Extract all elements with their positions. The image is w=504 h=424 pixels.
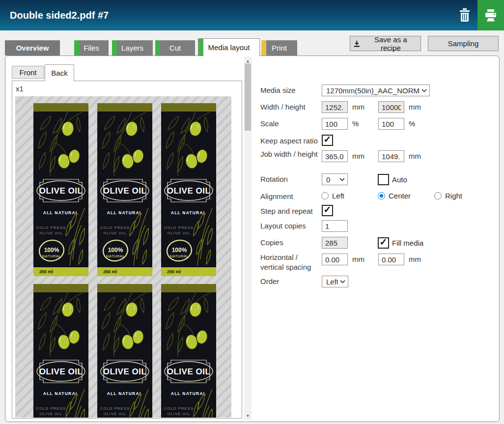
job-height-unit: mm — [409, 152, 421, 160]
tab-cut[interactable]: Cut — [155, 40, 195, 56]
tab-status-indicator — [74, 40, 79, 56]
check-icon: ✓ — [380, 237, 388, 247]
label-volume: 250 ml — [39, 269, 53, 274]
order-value: Left-t — [326, 278, 338, 286]
download-icon — [353, 40, 361, 48]
save-as-recipe-label: Save as a recipe — [364, 35, 418, 52]
label-title: OLIVE OIL — [167, 186, 211, 196]
olive-oil-label-preview: OLIVE OIL ALL NATURAL COLD PRESS OLIVE O… — [33, 103, 88, 276]
olive-oil-label-art: OLIVE OIL ALL NATURAL COLD PRESS OLIVE O… — [161, 284, 216, 418]
alignment-left-label: Left — [332, 192, 344, 200]
olive-oil-label-preview: OLIVE OIL ALL NATURAL COLD PRESS OLIVE O… — [97, 103, 152, 276]
vertical-spacing-input[interactable] — [378, 254, 404, 265]
olive-oil-label-art: OLIVE OIL ALL NATURAL COLD PRESS OLIVE O… — [97, 103, 152, 276]
media-width-unit: mm — [352, 103, 364, 111]
label-desc-line2: OLIVE OIL — [103, 412, 126, 416]
zoom-level-label: x1 — [16, 85, 24, 93]
tab-layers[interactable]: Layers — [112, 40, 153, 56]
label-desc-line1: COLD PRESS — [36, 226, 66, 230]
label-desc-line2: OLIVE OIL — [39, 412, 62, 416]
tab-print[interactable]: Print — [261, 40, 297, 56]
media-size-select[interactable]: 1270mm(50in)_AAC_NORMAL - 1252 — [322, 85, 430, 96]
tab-files[interactable]: Files — [74, 40, 109, 56]
sampling-button[interactable]: Sampling — [428, 36, 499, 51]
alignment-right-label: Right — [445, 192, 462, 200]
media-height-unit: mm — [409, 103, 421, 111]
print-button[interactable] — [477, 0, 504, 30]
rotation-select[interactable]: 0 — [322, 173, 348, 185]
scale-x-input[interactable] — [322, 118, 348, 130]
scale-label: Scale — [260, 119, 322, 129]
keep-aspect-ratio-label: Keep aspect ratio — [260, 136, 322, 146]
delete-job-button[interactable] — [454, 0, 476, 30]
label-subtitle: ALL NATURAL — [171, 391, 206, 396]
label-subtitle: ALL NATURAL — [107, 210, 142, 215]
tab-status-indicator — [155, 40, 160, 56]
spacing-label: Horizontal / vertical spacing — [260, 253, 322, 272]
scrollbar-thumb[interactable] — [245, 63, 251, 131]
label-desc-line1: COLD PRESS — [164, 406, 194, 411]
label-desc-line2: OLIVE OIL — [167, 231, 190, 235]
olive-oil-label-art: OLIVE OIL ALL NATURAL COLD PRESS OLIVE O… — [161, 103, 216, 276]
tab-label: Layers — [121, 44, 143, 52]
sampling-label: Sampling — [448, 39, 479, 48]
olive-oil-label-art: OLIVE OIL ALL NATURAL COLD PRESS OLIVE O… — [33, 103, 88, 276]
media-width-input — [322, 101, 348, 113]
media-size-value: 1270mm(50in)_AAC_NORMAL - 1252 — [326, 86, 420, 95]
label-desc-line2: OLIVE OIL — [39, 231, 62, 235]
label-subtitle: ALL NATURAL — [43, 210, 79, 215]
media-area[interactable]: OLIVE OIL ALL NATURAL COLD PRESS OLIVE O… — [15, 96, 231, 418]
step-and-repeat-checkbox[interactable]: ✓ — [322, 205, 333, 216]
keep-aspect-ratio-checkbox[interactable]: ✓ — [322, 135, 333, 146]
label-top-band — [161, 103, 216, 112]
badge-line1: 100% — [172, 247, 187, 254]
check-icon: ✓ — [324, 205, 332, 214]
titlebar: Double sided2.pdf #7 — [0, 0, 504, 30]
job-height-input[interactable] — [378, 150, 404, 162]
tab-front[interactable]: Front — [12, 66, 44, 79]
job-width-input[interactable] — [322, 150, 348, 162]
layout-copies-input[interactable] — [322, 220, 348, 232]
scroll-down-icon[interactable]: ▼ — [244, 412, 252, 419]
chevron-down-icon — [339, 178, 345, 181]
badge-line2: NATURAL — [106, 254, 125, 258]
label-top-band — [97, 103, 152, 112]
scale-y-unit: % — [409, 119, 415, 128]
preview-scrollbar[interactable]: ▲ ▼ — [244, 57, 252, 420]
tab-front-label: Front — [19, 68, 36, 77]
label-top-band — [97, 284, 152, 292]
app-window: Double sided2.pdf #7 PrintMedia layoutCu… — [0, 0, 504, 424]
label-top-band — [33, 284, 88, 292]
tab-status-indicator — [261, 40, 266, 56]
label-top-band — [33, 103, 88, 112]
label-title: OLIVE OIL — [103, 186, 147, 196]
alignment-left-radio[interactable] — [321, 192, 329, 199]
badge-line1: 100% — [108, 247, 123, 254]
tab-label: Media layout — [208, 43, 250, 52]
label-desc-line1: COLD PRESS — [100, 406, 130, 411]
horizontal-spacing-input[interactable] — [322, 254, 348, 265]
scale-y-input[interactable] — [378, 118, 404, 130]
rotation-label: Rotation — [260, 174, 322, 184]
media-height-input — [378, 101, 404, 113]
tab-overview[interactable]: Overview — [5, 40, 60, 56]
alignment-center-label: Center — [389, 192, 411, 200]
alignment-right-radio[interactable] — [434, 192, 442, 199]
rotation-auto-checkbox[interactable] — [378, 174, 389, 185]
fill-media-label: Fill media — [392, 239, 423, 247]
label-desc-line1: COLD PRESS — [164, 226, 194, 230]
copies-label: Copies — [260, 238, 322, 248]
tab-label: Print — [272, 44, 287, 52]
tab-back-label: Back — [51, 69, 67, 77]
order-select[interactable]: Left-t — [322, 276, 348, 287]
width-height-label: Width / height — [260, 102, 322, 112]
tab-back[interactable]: Back — [45, 64, 74, 81]
chevron-down-icon — [340, 280, 345, 283]
copies-input — [322, 237, 348, 249]
fill-media-checkbox[interactable]: ✓ — [378, 237, 389, 249]
rotation-auto-label: Auto — [392, 175, 407, 184]
tab-media-layout[interactable]: Media layout — [198, 38, 260, 56]
alignment-center-radio[interactable] — [378, 192, 385, 199]
save-as-recipe-button[interactable]: Save as a recipe — [350, 36, 421, 51]
label-subtitle: ALL NATURAL — [43, 391, 79, 396]
